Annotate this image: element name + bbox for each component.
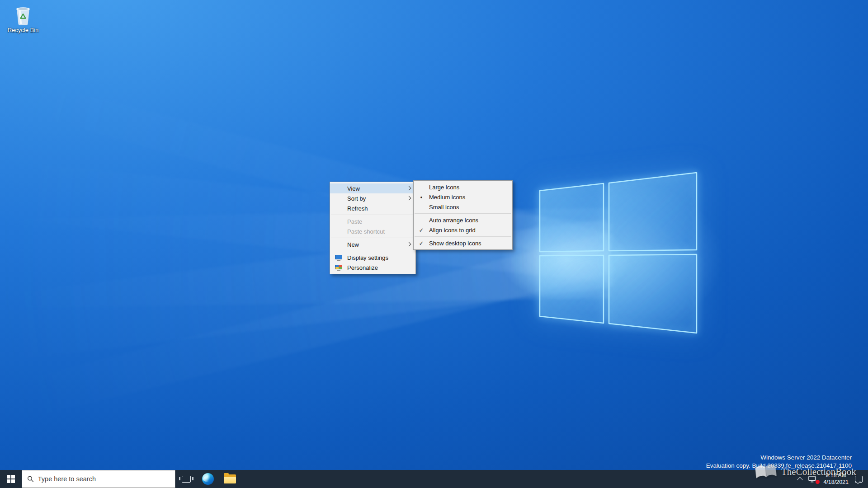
menu-gutter bbox=[330, 265, 347, 271]
task-view-icon bbox=[182, 476, 191, 483]
file-explorer-icon bbox=[224, 474, 236, 483]
submenu-item-auto-arrange-icons[interactable]: Auto arrange icons bbox=[414, 215, 512, 225]
taskbar: 9:18 AM 4/18/2021 bbox=[0, 470, 868, 488]
recycle-bin-glyph bbox=[14, 5, 32, 25]
menu-label: Medium icons bbox=[429, 194, 465, 201]
menu-label: Show desktop icons bbox=[429, 240, 481, 247]
menu-gutter bbox=[330, 255, 347, 261]
chevron-right-icon bbox=[407, 196, 411, 201]
overlay-watermark-text: TheCollectionBook bbox=[781, 466, 856, 478]
menu-label: Paste shortcut bbox=[347, 228, 385, 235]
checkmark-icon: ✓ bbox=[419, 240, 424, 247]
menu-label: Personalize bbox=[347, 264, 378, 271]
edge-taskbar-button[interactable] bbox=[197, 470, 219, 488]
taskbar-search[interactable] bbox=[22, 470, 175, 488]
menu-label: Align icons to grid bbox=[429, 227, 476, 234]
desktop[interactable]: Recycle Bin Windows Server 2022 Datacent… bbox=[0, 0, 868, 488]
menu-label: Refresh bbox=[347, 205, 368, 212]
windows-logo-wallpaper bbox=[538, 171, 699, 336]
personalize-icon bbox=[335, 265, 342, 271]
search-icon bbox=[27, 475, 34, 483]
menu-label: Auto arrange icons bbox=[429, 217, 478, 224]
menu-gutter: ✓ bbox=[414, 240, 429, 247]
notification-badge bbox=[816, 480, 820, 484]
submenu-item-medium-icons[interactable]: ● Medium icons bbox=[414, 192, 512, 202]
menu-separator bbox=[331, 215, 415, 215]
submenu-item-large-icons[interactable]: Large icons bbox=[414, 182, 512, 192]
clock-date: 4/18/2021 bbox=[823, 479, 849, 486]
desktop-context-menu: View Sort by Refresh Paste Paste shortcu… bbox=[330, 182, 416, 274]
menu-label: Sort by bbox=[347, 195, 366, 202]
menu-label: Display settings bbox=[347, 254, 388, 261]
menu-separator bbox=[415, 236, 511, 237]
book-icon bbox=[753, 462, 778, 481]
menu-gutter: ● bbox=[414, 195, 429, 199]
file-explorer-taskbar-button[interactable] bbox=[219, 470, 241, 488]
recycle-bin-label: Recycle Bin bbox=[8, 27, 39, 33]
submenu-item-show-desktop-icons[interactable]: ✓ Show desktop icons bbox=[414, 238, 512, 248]
menu-separator bbox=[331, 238, 415, 238]
windows-start-icon bbox=[7, 475, 15, 483]
menu-label: Small icons bbox=[429, 204, 459, 211]
menu-separator bbox=[331, 251, 415, 251]
menu-label: New bbox=[347, 241, 359, 248]
overlay-watermark: TheCollectionBook bbox=[754, 464, 856, 480]
display-settings-icon bbox=[335, 255, 342, 261]
submenu-item-align-icons-to-grid[interactable]: ✓ Align icons to grid bbox=[414, 225, 512, 235]
menu-label: Paste bbox=[347, 218, 362, 225]
task-view-button[interactable] bbox=[175, 470, 197, 488]
radio-selected-icon: ● bbox=[420, 195, 423, 199]
context-menu-item-sort-by[interactable]: Sort by bbox=[330, 193, 415, 203]
chevron-right-icon bbox=[407, 186, 411, 191]
context-menu-item-refresh[interactable]: Refresh bbox=[330, 203, 415, 213]
context-menu-item-paste: Paste bbox=[330, 216, 415, 226]
menu-separator bbox=[415, 213, 511, 214]
context-menu-item-view[interactable]: View bbox=[330, 183, 415, 193]
context-menu-item-personalize[interactable]: Personalize bbox=[330, 263, 415, 272]
build-watermark-line1: Windows Server 2022 Datacenter bbox=[706, 454, 852, 462]
checkmark-icon: ✓ bbox=[419, 227, 424, 234]
view-submenu: Large icons ● Medium icons Small icons A… bbox=[413, 180, 513, 250]
context-menu-item-paste-shortcut: Paste shortcut bbox=[330, 226, 415, 236]
edge-icon bbox=[202, 473, 214, 485]
menu-gutter: ✓ bbox=[414, 227, 429, 234]
context-menu-item-new[interactable]: New bbox=[330, 239, 415, 249]
menu-label: View bbox=[347, 185, 360, 192]
start-button[interactable] bbox=[0, 470, 22, 488]
chevron-right-icon bbox=[407, 242, 411, 247]
submenu-item-small-icons[interactable]: Small icons bbox=[414, 202, 512, 212]
menu-label: Large icons bbox=[429, 184, 459, 191]
search-input[interactable] bbox=[38, 475, 170, 483]
context-menu-item-display-settings[interactable]: Display settings bbox=[330, 253, 415, 263]
recycle-bin-icon[interactable]: Recycle Bin bbox=[4, 5, 42, 33]
